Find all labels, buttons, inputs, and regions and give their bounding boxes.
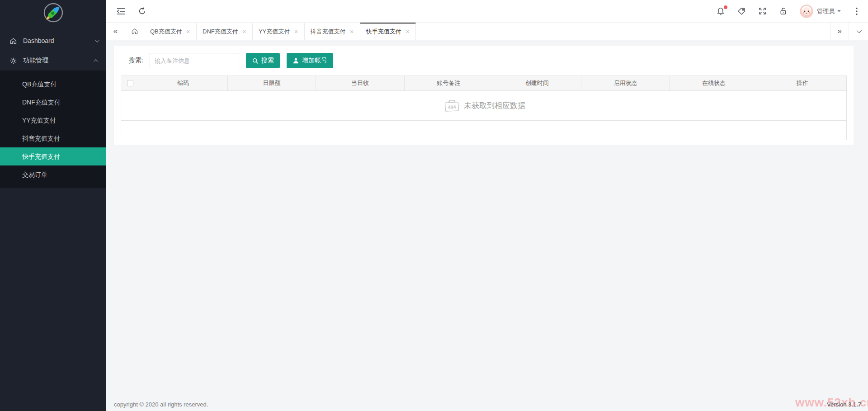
sidebar-submenu: QB充值支付 DNF充值支付 YY充值支付 抖音充值支付 快手充值支付 交易订单 bbox=[0, 71, 106, 188]
tabs-scroll-left-button[interactable]: « bbox=[106, 23, 125, 40]
close-icon[interactable]: ✕ bbox=[294, 29, 298, 35]
column-header: 创建时间 bbox=[493, 76, 582, 90]
empty-state: 404 未获取到相应数据 bbox=[442, 98, 525, 114]
unlock-icon[interactable] bbox=[778, 6, 788, 16]
search-button[interactable]: 搜索 bbox=[246, 53, 280, 68]
sidebar-item-kuaishou-recharge[interactable]: 快手充值支付 bbox=[0, 147, 106, 165]
logo[interactable] bbox=[0, 0, 106, 25]
column-header: 账号备注 bbox=[405, 76, 493, 90]
empty-state-text: 未获取到相应数据 bbox=[464, 100, 525, 111]
topbar: 管理员 bbox=[106, 0, 868, 23]
tab-douyin-recharge[interactable]: 抖音充值支付 ✕ bbox=[305, 23, 360, 40]
sidebar-spacer bbox=[0, 188, 106, 411]
column-header: 当日收 bbox=[316, 76, 405, 90]
empty-404-cat-icon: 404 bbox=[442, 98, 461, 114]
table-header-row: 编码 日限额 当日收 账号备注 创建时间 启用状态 在线状态 操作 bbox=[121, 76, 846, 90]
notifications-bell-icon[interactable] bbox=[716, 6, 726, 16]
tabs-menu-button[interactable] bbox=[849, 23, 868, 40]
tabs-scroll-right-button[interactable]: » bbox=[830, 23, 849, 40]
svg-text:404: 404 bbox=[448, 104, 456, 110]
rocket-logo-icon bbox=[43, 2, 64, 23]
sidebar-item-trade-orders[interactable]: 交易订单 bbox=[0, 165, 106, 184]
collapse-sidebar-icon[interactable] bbox=[116, 6, 126, 16]
sidebar-item-label: 功能管理 bbox=[23, 57, 95, 65]
sidebar-item-dashboard[interactable]: Dashboard bbox=[0, 31, 106, 51]
tab-yy-recharge[interactable]: YY充值支付 ✕ bbox=[253, 23, 305, 40]
tab-qb-recharge[interactable]: QB充值支付 ✕ bbox=[144, 23, 197, 40]
chevron-down-icon bbox=[95, 38, 99, 43]
close-icon[interactable]: ✕ bbox=[242, 29, 246, 35]
refresh-icon[interactable] bbox=[137, 6, 147, 16]
sidebar-item-label: Dashboard bbox=[23, 37, 95, 44]
sidebar-item-yy-recharge[interactable]: YY充值支付 bbox=[0, 111, 106, 129]
copyright-text: copyright © 2020 all rights reserved. bbox=[114, 401, 208, 408]
chevron-down-icon bbox=[857, 28, 862, 33]
tab-label: YY充值支付 bbox=[259, 28, 290, 36]
topbar-right: 管理员 bbox=[705, 5, 862, 18]
footer: copyright © 2020 all rights reserved. ww… bbox=[106, 397, 868, 411]
column-header: 启用状态 bbox=[581, 76, 670, 90]
user-menu[interactable]: 管理员 bbox=[817, 7, 841, 15]
gear-icon bbox=[9, 57, 17, 65]
add-user-icon bbox=[292, 57, 299, 64]
search-input[interactable] bbox=[150, 53, 239, 68]
tab-label: 快手充值支付 bbox=[366, 28, 401, 36]
column-header: 在线状态 bbox=[670, 76, 759, 90]
search-row: 搜索: 搜索 bbox=[121, 53, 847, 68]
tab-label: QB充值支付 bbox=[150, 28, 182, 36]
kebab-menu-icon[interactable] bbox=[852, 6, 862, 16]
app-root: Dashboard 功能管理 QB充值支付 DNF充值支付 YY充值支付 抖音充… bbox=[0, 0, 868, 411]
column-header: 日限额 bbox=[228, 76, 316, 90]
sidebar-item-function-mgmt[interactable]: 功能管理 bbox=[0, 51, 106, 71]
fullscreen-icon[interactable] bbox=[757, 6, 767, 16]
user-label: 管理员 bbox=[817, 7, 835, 15]
panel-card: 搜索: 搜索 bbox=[114, 46, 854, 145]
sidebar-item-dnf-recharge[interactable]: DNF充值支付 bbox=[0, 93, 106, 111]
home-icon bbox=[9, 37, 17, 45]
search-button-label: 搜索 bbox=[261, 57, 274, 65]
version-text: Version 3.1.7 bbox=[827, 401, 861, 408]
sidebar-item-qb-recharge[interactable]: QB充值支付 bbox=[0, 75, 106, 93]
tab-dnf-recharge[interactable]: DNF充值支付 ✕ bbox=[197, 23, 253, 40]
tabbar: « QB充值支付 ✕ DNF充值支付 ✕ YY充值支付 ✕ 抖音充值支付 ✕ bbox=[106, 23, 868, 40]
close-icon[interactable]: ✕ bbox=[186, 29, 190, 35]
caret-down-icon bbox=[837, 10, 841, 12]
main-area: 管理员 « QB充值支付 ✕ bbox=[106, 0, 868, 411]
tab-kuaishou-recharge[interactable]: 快手充值支付 ✕ bbox=[360, 23, 416, 40]
tab-label: DNF充值支付 bbox=[203, 28, 238, 36]
select-all-checkbox[interactable] bbox=[127, 80, 133, 86]
search-label: 搜索: bbox=[129, 57, 143, 65]
content-area: 搜索: 搜索 bbox=[106, 40, 868, 397]
tag-icon[interactable] bbox=[736, 6, 746, 16]
add-account-button-label: 增加帐号 bbox=[302, 57, 327, 65]
accounts-table: 编码 日限额 当日收 账号备注 创建时间 启用状态 在线状态 操作 bbox=[121, 76, 847, 120]
sidebar: Dashboard 功能管理 QB充值支付 DNF充值支付 YY充值支付 抖音充… bbox=[0, 0, 106, 411]
pagination-row bbox=[121, 120, 847, 140]
table-header-checkbox-cell bbox=[121, 76, 139, 90]
close-icon[interactable]: ✕ bbox=[350, 29, 354, 35]
tabbar-spacer bbox=[416, 23, 830, 40]
column-header: 操作 bbox=[758, 76, 846, 90]
close-icon[interactable]: ✕ bbox=[406, 29, 410, 35]
notification-dot bbox=[724, 5, 727, 9]
add-account-button[interactable]: 增加帐号 bbox=[287, 53, 333, 68]
column-header: 编码 bbox=[139, 76, 228, 90]
search-icon bbox=[252, 57, 259, 64]
tab-label: 抖音充值支付 bbox=[311, 28, 346, 36]
home-tab-icon[interactable] bbox=[125, 23, 144, 40]
sidebar-item-douyin-recharge[interactable]: 抖音充值支付 bbox=[0, 129, 106, 147]
table-body: 404 未获取到相应数据 bbox=[121, 90, 846, 120]
avatar[interactable] bbox=[800, 5, 813, 18]
